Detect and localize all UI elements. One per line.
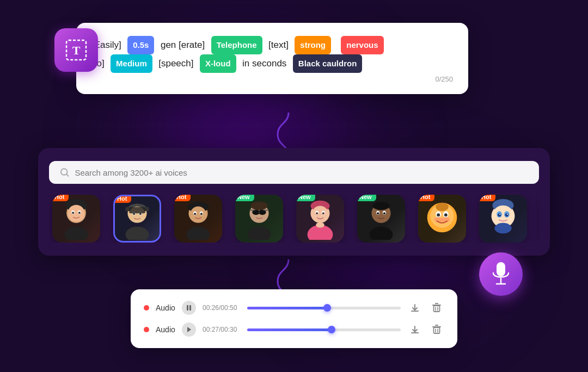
svg-point-9 [68, 205, 84, 222]
text-input-card: [Easily] 0.5s gen [erate] Telephone [tex… [76, 23, 468, 94]
download-button-1[interactable] [407, 300, 422, 315]
voice-avatar-4[interactable]: New [235, 195, 283, 243]
svg-point-39 [250, 202, 267, 210]
download-button-2[interactable] [407, 322, 422, 337]
delete-button-2[interactable] [429, 322, 444, 337]
voice-avatar-8[interactable]: Hot [479, 195, 527, 243]
voice-item-3[interactable]: Hot [171, 195, 225, 243]
audio-row-1: Audio 00:26/00:50 [144, 300, 444, 315]
voice-avatar-3[interactable]: Hot [174, 195, 222, 243]
progress-fill-2 [247, 328, 332, 331]
voice-item-6[interactable]: New [354, 195, 408, 243]
svg-point-46 [316, 212, 318, 214]
progress-bar-1[interactable] [247, 307, 401, 309]
tag-speed[interactable]: 0.5s [127, 36, 154, 54]
text-spacer-1 [335, 40, 338, 50]
badge-hot-7: Hot [418, 195, 434, 201]
badge-new-6: New [357, 195, 376, 201]
pause-button-1[interactable] [182, 301, 196, 315]
svg-rect-88 [189, 305, 191, 311]
svg-point-12 [72, 212, 74, 214]
text-plain-2: gen [158, 40, 176, 50]
voice-item-8[interactable]: Hot [476, 195, 530, 243]
svg-point-30 [194, 213, 196, 215]
voice-item-9[interactable]: New [537, 195, 539, 243]
svg-marker-92 [187, 327, 191, 332]
svg-point-72 [505, 213, 509, 216]
tag-nervous[interactable]: nervous [341, 36, 383, 54]
tag-black-cauldron[interactable]: Black cauldron [293, 54, 363, 73]
svg-point-61 [437, 213, 440, 216]
svg-point-74 [507, 214, 508, 215]
delete-button-1[interactable] [429, 300, 444, 315]
svg-rect-38 [264, 209, 269, 210]
svg-rect-37 [249, 209, 255, 210]
svg-point-62 [444, 213, 448, 216]
voice-avatar-7[interactable]: Hot [418, 195, 466, 243]
audio-panel: Audio 00:26/00:50 [131, 289, 457, 348]
badge-new-5: New [296, 195, 315, 201]
svg-rect-87 [187, 305, 188, 311]
svg-point-27 [190, 207, 206, 222]
svg-rect-96 [497, 262, 505, 276]
svg-point-48 [316, 222, 324, 228]
svg-point-73 [499, 214, 500, 215]
tag-telephone[interactable]: Telephone [211, 36, 262, 54]
voice-avatar-2[interactable]: Hot [113, 195, 161, 243]
svg-text:T: T [72, 44, 81, 57]
voice-item-5[interactable]: New [293, 195, 347, 243]
voice-item-7[interactable]: Hot [415, 195, 469, 243]
voice-avatar-1[interactable]: Hot [52, 195, 100, 243]
search-bar[interactable] [49, 161, 539, 184]
audio-label-2: Audio [156, 325, 175, 334]
progress-bar-2[interactable] [247, 328, 401, 331]
svg-point-49 [370, 227, 393, 240]
play-button-2[interactable] [182, 323, 196, 337]
svg-point-32 [248, 227, 271, 240]
svg-rect-93 [434, 327, 440, 333]
tag-xloud[interactable]: X-loud [200, 54, 236, 73]
voice-item-2[interactable]: Hot [110, 195, 164, 243]
svg-line-4 [66, 174, 68, 176]
voice-avatar-5[interactable]: New [296, 195, 344, 243]
svg-rect-89 [434, 306, 440, 312]
main-container: T [Easily] 0.5s gen [erate] Telephone [t… [22, 12, 566, 360]
progress-thumb-1 [323, 304, 331, 312]
tag-strong[interactable]: strong [295, 36, 331, 54]
voice-item-4[interactable]: New [232, 195, 286, 243]
svg-point-56 [383, 212, 385, 214]
badge-hot-3: Hot [174, 195, 191, 201]
svg-point-13 [78, 212, 81, 214]
text-icon: T [54, 28, 98, 72]
svg-point-55 [377, 212, 379, 214]
badge-hot-8: Hot [479, 195, 495, 201]
svg-point-65 [436, 203, 448, 212]
audio-row-2: Audio 00:27/00:30 [144, 322, 444, 337]
audio-dot-1 [144, 305, 149, 311]
svg-point-24 [187, 227, 210, 240]
text-plain-6: [speech] [156, 58, 197, 69]
char-count: 0/250 [91, 75, 453, 83]
mic-button[interactable] [479, 252, 523, 296]
badge-hot-1: Hot [52, 195, 69, 201]
text-plain-4: [text] [266, 40, 291, 50]
audio-time-1: 00:26/00:50 [203, 304, 241, 312]
badge-new-4: New [235, 195, 254, 201]
svg-point-71 [498, 213, 501, 216]
badge-hot-2: Hot [113, 195, 131, 203]
audio-label-1: Audio [156, 303, 175, 312]
voice-avatar-6[interactable]: New [357, 195, 405, 243]
search-input[interactable] [75, 168, 528, 177]
voice-item-1[interactable]: Hot [49, 195, 103, 243]
progress-fill-1 [247, 307, 327, 309]
text-content: [Easily] 0.5s gen [erate] Telephone [tex… [91, 36, 453, 73]
audio-time-2: 00:27/00:30 [203, 326, 241, 333]
progress-thumb-2 [328, 326, 335, 333]
text-plain-3: [erate] [179, 40, 207, 50]
svg-point-14 [126, 227, 149, 240]
voice-grid: Hot [49, 195, 539, 243]
tag-medium[interactable]: Medium [111, 54, 152, 73]
voice-panel: Hot [38, 148, 550, 256]
audio-dot-2 [144, 327, 149, 332]
search-icon [60, 168, 69, 177]
